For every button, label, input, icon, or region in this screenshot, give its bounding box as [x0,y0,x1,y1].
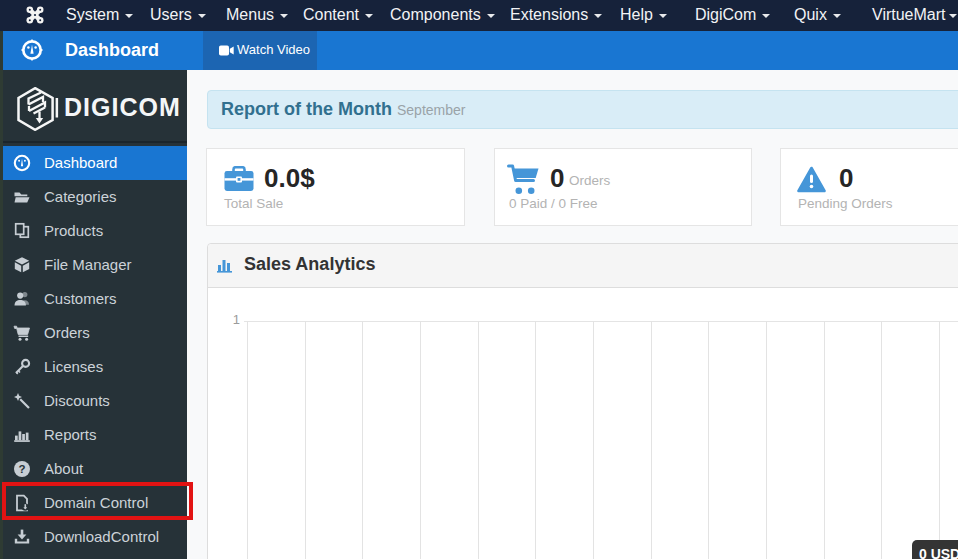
svg-text:?: ? [18,463,25,475]
